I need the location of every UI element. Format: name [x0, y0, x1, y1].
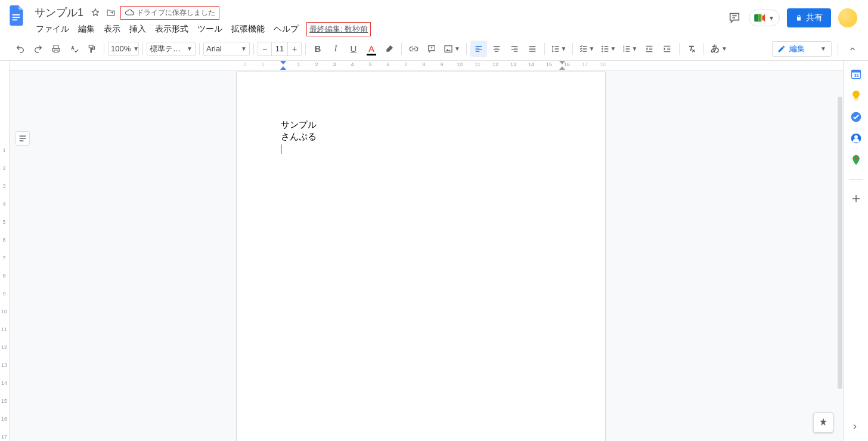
image-button[interactable]: ▼: [441, 41, 463, 57]
comment-button[interactable]: [423, 41, 440, 57]
mode-label: 編集: [789, 44, 805, 54]
editing-mode-button[interactable]: 編集 ▼: [772, 41, 832, 57]
doc-line-2[interactable]: さんぷる: [281, 131, 561, 143]
font-size-value[interactable]: 11: [271, 42, 288, 55]
undo-button[interactable]: [12, 41, 29, 57]
vertical-scrollbar[interactable]: [837, 94, 843, 441]
horizontal-ruler[interactable]: 21123456789101112131415161718: [10, 61, 843, 70]
star-icon[interactable]: [89, 7, 101, 18]
font-size-increase[interactable]: +: [288, 42, 301, 55]
avatar[interactable]: [838, 8, 857, 27]
paragraph-style-dropdown[interactable]: 標準テキス...▼: [147, 42, 196, 56]
svg-point-7: [602, 50, 603, 51]
text-color-button[interactable]: A: [363, 41, 380, 57]
menubar: ファイル 編集 表示 挿入 表示形式 ツール 拡張機能 ヘルプ 最終編集: 数秒…: [32, 21, 727, 37]
chevron-down-icon: ▼: [768, 15, 774, 21]
save-status-text: ドライブに保存しました: [137, 8, 215, 18]
clear-formatting-button[interactable]: [683, 41, 700, 57]
print-button[interactable]: [48, 41, 64, 57]
meet-button[interactable]: ▼: [749, 10, 780, 26]
keep-icon[interactable]: [850, 90, 862, 101]
indent-increase-button[interactable]: [659, 41, 675, 57]
share-button[interactable]: 共有: [787, 8, 831, 27]
contacts-icon[interactable]: [850, 132, 862, 144]
zoom-dropdown[interactable]: 100%▼: [108, 42, 139, 56]
collapse-toolbar-button[interactable]: [844, 41, 861, 57]
move-icon[interactable]: [105, 7, 117, 18]
bold-button[interactable]: B: [309, 41, 326, 57]
share-label: 共有: [806, 13, 823, 23]
last-edit-link[interactable]: 最終編集: 数秒前: [306, 22, 371, 36]
calendar-icon[interactable]: 31: [850, 68, 862, 80]
indent-decrease-button[interactable]: [641, 41, 658, 57]
bulleted-list-button[interactable]: ▼: [598, 41, 618, 57]
underline-button[interactable]: U: [345, 41, 362, 57]
svg-rect-0: [13, 14, 20, 16]
tasks-icon[interactable]: [850, 111, 862, 123]
redo-button[interactable]: [30, 41, 46, 57]
maps-icon[interactable]: [850, 154, 862, 166]
svg-point-16: [854, 135, 858, 139]
svg-point-17: [854, 157, 857, 159]
sidepanel-toggle-button[interactable]: [849, 421, 861, 433]
svg-point-6: [602, 48, 603, 49]
menu-extensions[interactable]: 拡張機能: [228, 21, 268, 37]
doc-line-1[interactable]: サンプル: [281, 119, 561, 131]
link-button[interactable]: [405, 41, 422, 57]
lock-icon: [795, 14, 802, 21]
svg-rect-2: [13, 19, 18, 20]
font-dropdown[interactable]: Arial▼: [203, 42, 250, 56]
toolbar: 100%▼ 標準テキス...▼ Arial▼ − 11 + B I U A ▼ …: [0, 37, 868, 61]
menu-file[interactable]: ファイル: [32, 21, 73, 37]
align-center-button[interactable]: [488, 41, 505, 57]
menu-help[interactable]: ヘルプ: [270, 21, 302, 37]
menu-insert[interactable]: 挿入: [126, 21, 150, 37]
document-page[interactable]: サンプル さんぷる: [236, 72, 606, 441]
menu-format[interactable]: 表示形式: [151, 21, 192, 37]
svg-rect-1: [13, 17, 20, 18]
menu-view[interactable]: 表示: [100, 21, 124, 37]
save-status[interactable]: ドライブに保存しました: [120, 6, 219, 20]
ime-button[interactable]: あ▼: [708, 41, 730, 57]
numbered-list-button[interactable]: 123▼: [619, 41, 640, 57]
font-size-decrease[interactable]: −: [258, 42, 271, 55]
highlight-button[interactable]: [381, 41, 398, 57]
line-spacing-button[interactable]: ▼: [548, 41, 569, 57]
explore-button[interactable]: [813, 412, 833, 433]
meet-icon: [754, 13, 767, 23]
checklist-button[interactable]: ▼: [576, 41, 597, 57]
side-panel: 31: [843, 61, 868, 441]
align-justify-button[interactable]: [524, 41, 541, 57]
pencil-icon: [777, 45, 786, 53]
add-addon-icon[interactable]: [850, 193, 862, 205]
svg-text:31: 31: [854, 73, 858, 78]
svg-rect-4: [445, 45, 452, 52]
menu-tools[interactable]: ツール: [194, 21, 226, 37]
svg-rect-12: [851, 70, 860, 72]
menu-edit[interactable]: 編集: [75, 21, 98, 37]
vertical-ruler: 12345678910111213141516171819: [0, 61, 10, 441]
paint-format-button[interactable]: [83, 41, 100, 57]
doc-line-3[interactable]: [281, 143, 561, 155]
document-canvas[interactable]: 21123456789101112131415161718 サンプル さんぷる: [10, 61, 843, 441]
docs-logo[interactable]: [6, 5, 27, 26]
align-left-button[interactable]: [470, 41, 487, 57]
align-right-button[interactable]: [506, 41, 523, 57]
spellcheck-button[interactable]: [66, 41, 82, 57]
svg-text:3: 3: [623, 50, 625, 53]
comment-history-icon[interactable]: [727, 11, 742, 25]
cloud-icon: [125, 8, 134, 17]
font-size-group: − 11 +: [258, 42, 302, 56]
italic-button[interactable]: I: [327, 41, 344, 57]
svg-point-5: [602, 45, 603, 47]
doc-title[interactable]: サンプル1: [32, 5, 86, 20]
